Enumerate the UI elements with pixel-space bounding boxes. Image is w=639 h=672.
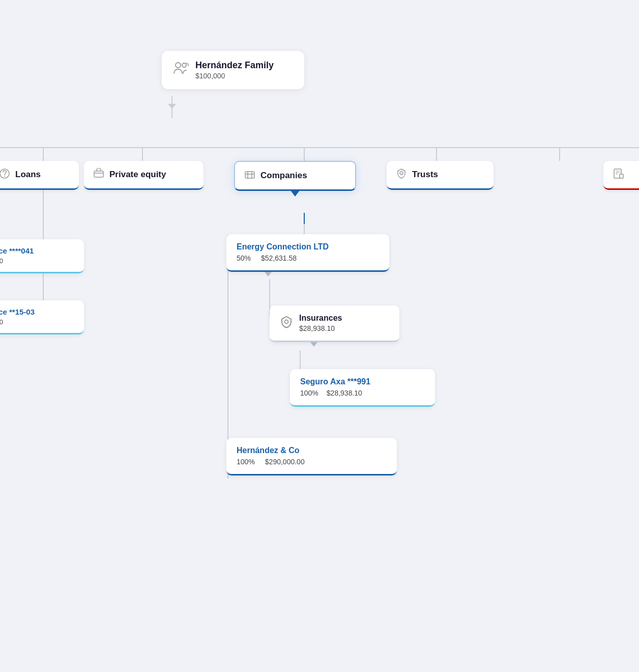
private-equity-label: Private equity (109, 170, 166, 180)
last-icon (613, 168, 624, 181)
insurances-arrow (310, 342, 317, 347)
private-equity-icon (93, 168, 104, 181)
seguro-axa-node[interactable]: Seguro Axa ***991 100% $28,938.10 (290, 369, 435, 407)
companies-label: Companies (260, 171, 307, 181)
category-loans[interactable]: Loans (0, 161, 79, 190)
tree-container: Hernández Family $100,000 Loans (0, 0, 639, 672)
energy-connection-percent: 50% (237, 254, 251, 262)
trusts-icon (396, 168, 407, 181)
hernandez-co-percent: 100% (237, 458, 255, 466)
trusts-label: Trusts (412, 170, 438, 180)
svg-point-38 (285, 320, 288, 323)
insurances-info: Insurances $28,938.10 (299, 314, 342, 332)
left-item-2[interactable]: nce **15-03 .00 (0, 300, 84, 334)
left-item-1-title: nce ****041 (0, 246, 75, 255)
loans-label: Loans (15, 170, 41, 180)
energy-connection-node[interactable]: Energy Connection LTD 50% $52,631.58 (226, 234, 389, 272)
category-trusts[interactable]: Trusts (387, 161, 493, 190)
energy-connection-amount: $52,631.58 (261, 254, 297, 262)
companies-icon (244, 169, 255, 182)
category-last[interactable] (603, 161, 639, 190)
svg-point-32 (400, 172, 403, 175)
svg-rect-37 (620, 174, 623, 178)
svg-line-23 (186, 63, 188, 64)
root-arrow (168, 104, 176, 109)
seguro-axa-title: Seguro Axa ***991 (300, 377, 425, 386)
hernandez-co-meta: 100% $290,000.00 (237, 458, 387, 466)
category-companies[interactable]: Companies (234, 161, 356, 191)
category-private-equity[interactable]: Private equity (84, 161, 204, 190)
left-item-1[interactable]: nce ****041 .00 (0, 239, 84, 273)
seguro-axa-percent: 100% (300, 389, 318, 397)
insurances-amount: $28,938.10 (299, 324, 342, 332)
hernandez-co-amount: $290,000.00 (265, 458, 305, 466)
hernandez-co-title: Hernández & Co (237, 446, 387, 455)
svg-point-21 (176, 63, 181, 68)
insurances-title: Insurances (299, 314, 342, 323)
left-item-2-amount: .00 (0, 318, 75, 326)
svg-rect-27 (94, 171, 103, 177)
insurances-icon (280, 316, 293, 331)
hernandez-co-node[interactable]: Hernández & Co 100% $290,000.00 (226, 438, 397, 475)
svg-point-22 (182, 63, 186, 67)
family-icon (173, 60, 189, 80)
left-item-2-title: nce **15-03 (0, 307, 75, 316)
companies-active-arrow (291, 190, 300, 197)
root-name: Hernández Family (195, 60, 274, 71)
seguro-axa-meta: 100% $28,938.10 (300, 389, 425, 397)
root-amount: $100,000 (195, 72, 274, 80)
root-info: Hernández Family $100,000 (195, 60, 274, 80)
left-item-1-amount: .00 (0, 257, 75, 265)
energy-connection-meta: 50% $52,631.58 (237, 254, 379, 262)
root-node[interactable]: Hernández Family $100,000 (162, 51, 304, 89)
insurances-node[interactable]: Insurances $28,938.10 (270, 305, 399, 342)
loans-icon (0, 168, 10, 181)
svg-point-26 (4, 176, 5, 177)
energy-connection-title: Energy Connection LTD (237, 242, 379, 251)
energy-connection-arrow (265, 272, 272, 276)
svg-rect-28 (245, 172, 254, 178)
seguro-axa-amount: $28,938.10 (327, 389, 362, 397)
